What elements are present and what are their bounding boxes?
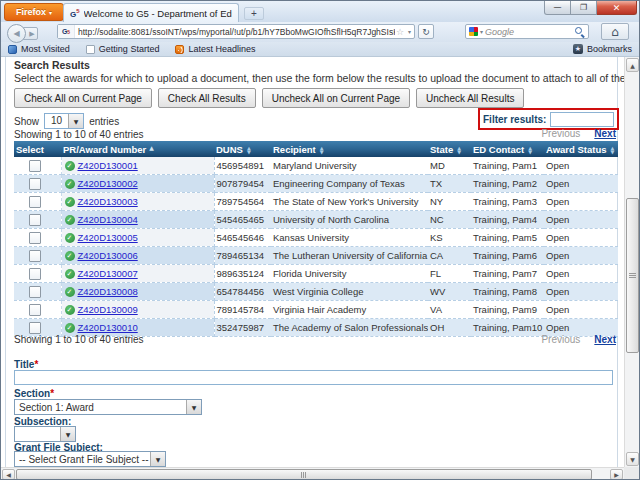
vertical-scrollbar-thumb[interactable] (626, 198, 639, 353)
duns-cell: 789754564 (214, 193, 271, 211)
check-all-current-page-button[interactable]: Check All on Current Page (14, 88, 152, 108)
close-button[interactable]: ✕ (597, 1, 637, 15)
check-all-results-button[interactable]: Check All Results (158, 88, 256, 108)
column-header-ed-contact[interactable]: ED Contact▲▼ (471, 141, 544, 157)
bookmark-star-icon[interactable]: ☆ (395, 27, 405, 37)
sort-icon: ▲▼ (528, 146, 532, 154)
bookmarks-menu-button[interactable]: ★ Bookmarks (573, 44, 632, 54)
award-status-cell: Open (544, 265, 618, 283)
award-status-cell: Open (544, 283, 618, 301)
previous-page-link[interactable]: Previous (541, 334, 580, 345)
bookmark-getting-started[interactable]: Getting Started (86, 44, 160, 54)
award-number-link[interactable]: Z420D130007 (78, 268, 138, 279)
select-cell (14, 283, 61, 301)
row-checkbox[interactable] (29, 160, 41, 172)
section-select[interactable]: Section 1: Award ▼ (14, 399, 202, 415)
duns-cell: 789145784 (214, 301, 271, 319)
chevron-down-icon[interactable]: ▼ (186, 400, 201, 414)
search-input[interactable]: Google (485, 27, 572, 37)
horizontal-scrollbar-thumb[interactable] (16, 469, 592, 480)
subsection-select[interactable]: ▼ (14, 426, 76, 442)
row-checkbox[interactable] (29, 232, 41, 244)
column-header-state[interactable]: State▲▼ (428, 141, 471, 157)
ed-contact-cell: Training, Pam6 (471, 247, 544, 265)
scroll-right-icon[interactable]: ▶ (610, 469, 623, 480)
award-number-link[interactable]: Z420D130001 (78, 160, 138, 171)
horizontal-scrollbar[interactable]: ◀ ▶ (1, 467, 624, 480)
vertical-scrollbar[interactable]: ▲ ▼ (624, 57, 640, 467)
row-checkbox[interactable] (29, 178, 41, 190)
award-number-link[interactable]: Z420D130008 (78, 286, 138, 297)
chevron-down-icon[interactable]: ▼ (68, 114, 83, 128)
column-header-award-status[interactable]: Award Status▲▼ (544, 141, 618, 157)
address-text[interactable]: http://sodalite:8081/ssoINT/wps/myportal… (75, 27, 395, 37)
bookmark-latest-headlines[interactable]: Latest Headlines (175, 44, 255, 54)
recipient-cell: Florida University (271, 265, 428, 283)
chevron-down-icon[interactable]: ▼ (60, 427, 75, 441)
next-page-link[interactable]: Next (594, 334, 616, 345)
table-row: ✓Z420D130005546545646Kansas UniversityKS… (14, 229, 618, 247)
table-row: ✓Z420D130007989635124Florida UniversityF… (14, 265, 618, 283)
award-number-link[interactable]: Z420D130005 (78, 232, 138, 243)
section-field-label: Section* (14, 388, 54, 399)
column-header-recipient[interactable]: Recipient▲▼ (271, 141, 428, 157)
row-checkbox[interactable] (29, 286, 41, 298)
tab-bar: Firefox ▾ G5 Welcome to G5 - Department … (1, 1, 639, 23)
search-icon[interactable] (574, 26, 585, 37)
grant-file-subject-select[interactable]: -- Select Grant File Subject -- ▼ (14, 451, 166, 467)
restore-button[interactable]: ❐ (571, 1, 597, 15)
duns-cell: 789465134 (214, 247, 271, 265)
scroll-up-icon[interactable]: ▲ (626, 58, 639, 72)
browser-tab-active[interactable]: G5 Welcome to G5 - Department of Educati… (63, 3, 239, 22)
uncheck-all-current-page-button[interactable]: Uncheck All on Current Page (262, 88, 410, 108)
green-check-icon: ✓ (65, 305, 75, 315)
back-button[interactable]: ◀ (7, 24, 26, 43)
award-number-cell: ✓Z420D130004 (61, 211, 214, 229)
duns-cell: 989635124 (214, 265, 271, 283)
chevron-down-icon[interactable]: ▼ (150, 452, 165, 466)
search-engine-dropdown-icon[interactable]: ▾ (480, 28, 483, 35)
column-header-pr-award-number[interactable]: PR/Award Number▲ (61, 141, 214, 157)
entries-per-page-select[interactable]: 10 ▼ (44, 113, 84, 129)
award-number-link[interactable]: Z420D130002 (78, 178, 138, 189)
sort-icon: ▲▼ (247, 146, 251, 154)
green-check-icon: ✓ (65, 287, 75, 297)
home-button[interactable]: ⌂ (601, 23, 629, 40)
select-cell (14, 229, 61, 247)
column-header-duns[interactable]: DUNS▲▼ (214, 141, 271, 157)
row-checkbox[interactable] (29, 304, 41, 316)
uncheck-all-results-button[interactable]: Uncheck All Results (416, 88, 524, 108)
award-number-link[interactable]: Z420D130004 (78, 214, 138, 225)
new-tab-button[interactable]: + (244, 7, 264, 20)
award-number-link[interactable]: Z420D130003 (78, 196, 138, 207)
ed-contact-cell: Training, Pam2 (471, 175, 544, 193)
row-checkbox[interactable] (29, 196, 41, 208)
award-status-cell: Open (544, 247, 618, 265)
row-checkbox[interactable] (29, 322, 41, 334)
duns-cell: 456954891 (214, 157, 271, 175)
firefox-menu-button[interactable]: Firefox ▾ (4, 3, 64, 21)
award-number-cell: ✓Z420D130009 (61, 301, 214, 319)
column-header-select[interactable]: Select (14, 141, 61, 157)
search-bar[interactable]: ▾ Google (465, 24, 589, 39)
award-number-link[interactable]: Z420D130006 (78, 250, 138, 261)
sort-ascending-icon: ▲ (149, 144, 154, 151)
bookmark-most-visited[interactable]: Most Visited (8, 44, 70, 54)
row-checkbox[interactable] (29, 214, 41, 226)
nav-buttons: ◀ ▶ (7, 24, 38, 43)
url-bar[interactable]: G5 http://sodalite:8081/ssoINT/wps/mypor… (57, 24, 415, 39)
row-checkbox[interactable] (29, 268, 41, 280)
urlbar-dropdown-icon[interactable]: ▾ (405, 28, 414, 35)
row-checkbox[interactable] (29, 250, 41, 262)
title-input[interactable] (14, 370, 613, 385)
previous-page-link[interactable]: Previous (541, 128, 580, 139)
award-number-link[interactable]: Z420D130009 (78, 304, 138, 315)
filter-results-input[interactable] (550, 112, 614, 127)
next-page-link[interactable]: Next (594, 128, 616, 139)
award-status-cell: Open (544, 301, 618, 319)
scroll-down-icon[interactable]: ▼ (626, 452, 639, 466)
scroll-left-icon[interactable]: ◀ (2, 469, 15, 480)
minimize-button[interactable]: — (544, 1, 571, 15)
award-number-link[interactable]: Z420D130010 (78, 322, 138, 333)
reload-button[interactable]: ↻ (418, 24, 434, 39)
